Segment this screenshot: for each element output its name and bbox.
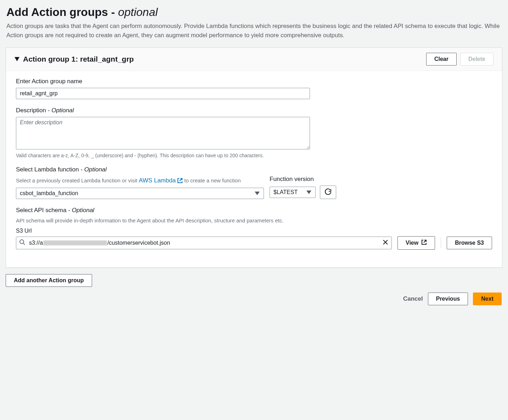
previous-button[interactable]: Previous bbox=[428, 293, 468, 305]
s3-url-display[interactable]: s3://a/customerservicebot.json bbox=[28, 237, 382, 249]
s3-url-input-wrap[interactable]: s3://a/customerservicebot.json bbox=[16, 237, 392, 249]
aws-lambda-link-text: AWS Lambda bbox=[139, 177, 176, 184]
description-hint: Valid characters are a-z, A-Z, 0-9, _ (u… bbox=[16, 153, 310, 158]
view-button[interactable]: View bbox=[397, 236, 435, 250]
function-version-select[interactable] bbox=[270, 187, 316, 198]
clear-input-button[interactable] bbox=[382, 239, 389, 246]
card-header-left[interactable]: Action group 1: retail_agnt_grp bbox=[15, 55, 134, 63]
s3-url-label: S3 Url bbox=[16, 228, 492, 234]
lambda-sublabel: Select a previously created Lambda funct… bbox=[16, 176, 264, 185]
external-link-icon bbox=[421, 239, 427, 246]
svg-marker-0 bbox=[15, 57, 19, 61]
api-schema-label-main: Select API schema bbox=[16, 207, 67, 214]
action-group-card: Action group 1: retail_agnt_grp Clear De… bbox=[6, 47, 502, 268]
lambda-label-main: Select Lambda function bbox=[16, 166, 79, 173]
page-title-optional: optional bbox=[118, 6, 158, 18]
svg-point-3 bbox=[20, 240, 24, 244]
api-schema-row: Select API schema - Optional API schema … bbox=[16, 207, 492, 250]
next-button[interactable]: Next bbox=[473, 293, 502, 305]
description-row: Description - Optional Valid characters … bbox=[16, 107, 310, 158]
search-icon bbox=[19, 239, 26, 246]
api-schema-label: Select API schema - Optional bbox=[16, 207, 492, 214]
lambda-label: Select Lambda function - Optional bbox=[16, 166, 264, 173]
description-label-optional: Optional bbox=[51, 107, 74, 114]
refresh-icon bbox=[324, 188, 332, 197]
redacted-segment bbox=[43, 240, 107, 245]
description-label-main: Description bbox=[16, 107, 46, 114]
s3-url-suffix: /customerservicebot.json bbox=[107, 240, 170, 246]
external-link-icon bbox=[177, 178, 183, 183]
aws-lambda-link[interactable]: AWS Lambda bbox=[139, 177, 183, 184]
card-header: Action group 1: retail_agnt_grp Clear De… bbox=[6, 48, 502, 71]
footer-actions: Cancel Previous Next bbox=[6, 287, 502, 308]
clear-button[interactable]: Clear bbox=[426, 53, 457, 66]
view-button-label: View bbox=[406, 240, 418, 246]
name-label: Enter Action group name bbox=[16, 78, 310, 85]
section-title: Action group 1: retail_agnt_grp bbox=[23, 55, 134, 63]
description-textarea[interactable] bbox=[16, 117, 310, 149]
card-body: Enter Action group name Description - Op… bbox=[6, 71, 502, 267]
api-schema-label-optional: Optional bbox=[72, 207, 94, 214]
description-label: Description - Optional bbox=[16, 107, 310, 114]
browse-s3-button[interactable]: Browse S3 bbox=[447, 237, 492, 249]
lambda-sub-post: to create a new function bbox=[183, 177, 241, 183]
lambda-label-optional: Optional bbox=[84, 166, 107, 173]
api-schema-sublabel: API schema will provide in-depth informa… bbox=[16, 217, 492, 225]
name-row: Enter Action group name bbox=[16, 78, 310, 99]
page-title: Add Action groups - optional bbox=[6, 6, 502, 19]
delete-button: Delete bbox=[460, 53, 493, 66]
page-title-sep: - bbox=[108, 6, 118, 18]
lambda-row: Select Lambda function - Optional Select… bbox=[16, 166, 492, 199]
function-version-label: Function version bbox=[270, 176, 336, 183]
divider bbox=[441, 238, 441, 248]
cancel-button[interactable]: Cancel bbox=[403, 295, 423, 302]
page-title-main: Add Action groups bbox=[6, 6, 108, 18]
caret-down-icon bbox=[15, 57, 19, 61]
lambda-sub-pre: Select a previously created Lambda funct… bbox=[16, 177, 139, 183]
add-another-action-group-button[interactable]: Add another Action group bbox=[6, 274, 92, 287]
page-description: Action groups are tasks that the Agent c… bbox=[6, 22, 502, 40]
lambda-function-select[interactable] bbox=[16, 188, 264, 199]
action-group-name-input[interactable] bbox=[16, 88, 310, 99]
s3-url-prefix: s3://a bbox=[29, 240, 43, 246]
refresh-button[interactable] bbox=[320, 186, 336, 199]
